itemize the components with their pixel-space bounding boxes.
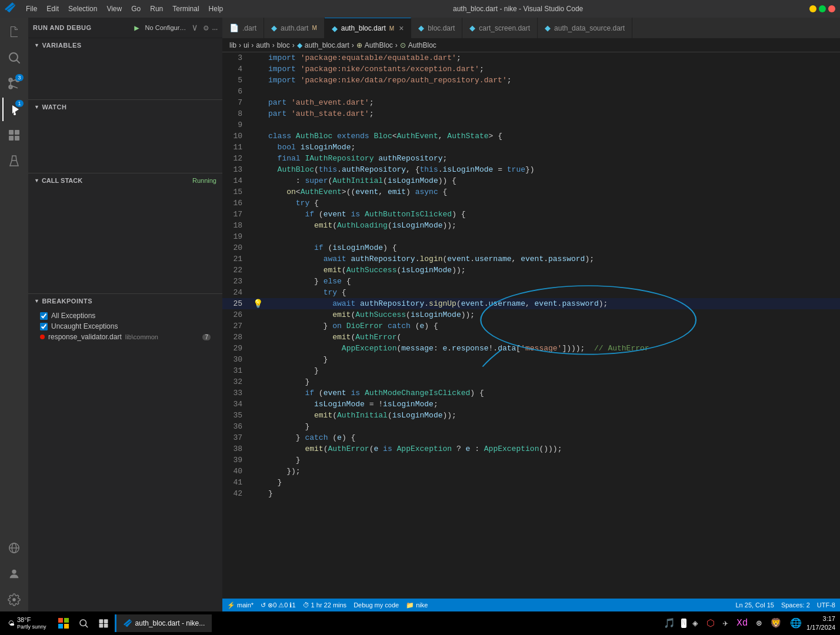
start-button[interactable] — [55, 614, 72, 632]
line-number-29: 29 — [222, 343, 252, 354]
menu-terminal[interactable]: Terminal — [169, 4, 202, 14]
line-gutter-26 — [252, 309, 264, 320]
breadcrumb-ui[interactable]: ui — [244, 41, 249, 49]
menu-help[interactable]: Help — [205, 4, 227, 14]
close-button[interactable] — [828, 5, 835, 12]
debug-more-icon[interactable]: … — [212, 22, 218, 33]
svg-point-12 — [12, 570, 16, 574]
breadcrumb-file-icon: ◆ — [297, 41, 302, 49]
tray-chrome-icon[interactable]: 🌐 — [788, 615, 804, 631]
tray-spotify-icon[interactable]: 🎵 — [661, 615, 678, 631]
run-debug-icon[interactable]: 1 — [2, 98, 26, 121]
tab-auth-data-source-dart[interactable]: ◆ auth_data_source.dart — [538, 18, 632, 38]
breakpoints-list: All Exceptions Uncaught Exceptions respo… — [28, 308, 222, 345]
breadcrumb-file[interactable]: auth_bloc.dart — [305, 41, 349, 49]
settings-icon[interactable] — [2, 588, 26, 611]
status-debug-label[interactable]: Debug my code — [354, 601, 399, 609]
tray-xd-icon[interactable]: Xd — [734, 616, 750, 631]
call-stack-header[interactable]: ▼ CALL STACK Running — [28, 173, 222, 188]
config-selector[interactable]: No Configur… — [143, 24, 189, 31]
search-icon[interactable] — [2, 46, 26, 69]
menu-run[interactable]: Run — [146, 4, 166, 14]
weather-widget[interactable]: 🌤 38°F Partly sunny — [5, 616, 50, 630]
tab-bloc-dart[interactable]: ◆ bloc.dart — [411, 18, 462, 38]
tray-db-icon[interactable]: ⬡ — [704, 615, 717, 631]
breadcrumb-class[interactable]: AuthBloc — [365, 41, 393, 49]
line-code-11: bool isLoginMode; — [264, 142, 840, 153]
tray-brave-icon[interactable]: 🦁 — [768, 615, 784, 631]
taskbar-search[interactable] — [75, 614, 92, 632]
line-gutter-10 — [252, 131, 264, 142]
tray-figma-icon[interactable]: ◈ — [690, 615, 701, 631]
code-line-32: 32 } — [222, 376, 840, 387]
tab-close-button[interactable]: × — [399, 24, 404, 33]
all-exceptions-label: All Exceptions — [51, 312, 95, 320]
svg-rect-23 — [104, 624, 108, 628]
line-number-23: 23 — [222, 276, 252, 287]
encoding-label: UTF-8 — [817, 601, 835, 609]
line-number-36: 36 — [222, 421, 252, 432]
code-line-31: 31 } — [222, 365, 840, 376]
breadcrumb-lib[interactable]: lib — [229, 41, 236, 49]
line-gutter-35 — [252, 410, 264, 421]
menu-edit[interactable]: Edit — [43, 4, 62, 14]
status-encoding[interactable]: UTF-8 — [817, 601, 835, 609]
extensions-icon[interactable] — [2, 123, 26, 147]
menu-selection[interactable]: Selection — [65, 4, 101, 14]
code-line-30: 30 } — [222, 354, 840, 365]
menu-view[interactable]: View — [103, 4, 125, 14]
status-timer[interactable]: ⏱ 1 hr 22 mins — [303, 601, 347, 609]
svg-rect-21 — [104, 619, 108, 623]
tray-github-icon[interactable]: ⊛ — [754, 615, 764, 631]
status-spaces[interactable]: Spaces: 2 — [781, 601, 810, 609]
code-container[interactable]: 3 import 'package:equatable/equatable.da… — [222, 52, 840, 599]
tray-telegram-icon[interactable]: ✈ — [721, 615, 731, 631]
system-clock[interactable]: 3:17 1/17/2024 — [806, 614, 835, 633]
run-button[interactable]: ▶ — [134, 23, 139, 33]
all-exceptions-checkbox[interactable] — [40, 312, 48, 320]
uncaught-exceptions-checkbox[interactable] — [40, 323, 48, 330]
line-code-30: } — [264, 354, 840, 365]
testing-icon[interactable] — [2, 149, 26, 173]
accounts-icon[interactable] — [2, 562, 26, 586]
taskbar-task-view[interactable] — [95, 614, 112, 632]
remote-explorer-icon[interactable] — [2, 536, 26, 560]
line-number-5: 5 — [222, 75, 252, 86]
menu-go[interactable]: Go — [128, 4, 144, 14]
debug-settings-icon[interactable]: ⚙ — [204, 23, 208, 33]
watch-section-header[interactable]: ▼ WATCH — [28, 99, 222, 114]
line-gutter-11 — [252, 142, 264, 153]
status-sync[interactable]: ↺ ⊗0 ⚠0 ℹ1 — [261, 601, 295, 609]
source-control-icon[interactable]: 3 — [2, 72, 26, 95]
line-gutter-18 — [252, 220, 264, 231]
taskbar-vscode-window[interactable]: auth_bloc.dart - nike... — [115, 614, 212, 632]
menu-file[interactable]: File — [22, 4, 41, 14]
explorer-icon[interactable] — [2, 20, 26, 44]
tray-notion-icon[interactable]: N — [681, 619, 686, 628]
code-line-11: 11 bool isLoginMode; — [222, 142, 840, 153]
status-folder[interactable]: 📁 nike — [406, 601, 428, 609]
tab-auth-bloc-dart[interactable]: ◆ auth_bloc.dart M × — [325, 18, 412, 38]
line-number-9: 9 — [222, 119, 252, 131]
variables-section-header[interactable]: ▼ VARIABLES — [28, 38, 222, 52]
tab-cart-screen-dart-icon: ◆ — [469, 24, 475, 32]
git-branch-icon: ⚡ — [227, 601, 235, 609]
line-gutter-34 — [252, 399, 264, 410]
breadcrumb-auth[interactable]: auth — [256, 41, 269, 49]
line-number-38: 38 — [222, 443, 252, 454]
run-debug-label: RUN AND DEBUG — [33, 24, 92, 31]
line-number-6: 6 — [222, 86, 252, 97]
breadcrumb-bloc[interactable]: bloc — [277, 41, 290, 49]
line-code-22: emit(AuthSuccess(isLoginMode)); — [264, 265, 840, 276]
minimize-button[interactable] — [809, 5, 816, 12]
line-gutter-14 — [252, 175, 264, 186]
code-content: 3 import 'package:equatable/equatable.da… — [222, 52, 840, 511]
breakpoints-section-header[interactable]: ▼ BREAKPOINTS — [28, 294, 222, 308]
breadcrumb-method[interactable]: AuthBloc — [408, 41, 436, 49]
tab-cart-screen-dart[interactable]: ◆ cart_screen.dart — [462, 18, 538, 38]
status-position[interactable]: Ln 25, Col 15 — [735, 601, 774, 609]
tab-dart[interactable]: 📄 .dart — [222, 18, 264, 38]
maximize-button[interactable] — [819, 5, 826, 12]
status-git-branch[interactable]: ⚡ main* — [227, 601, 254, 609]
tab-auth-dart[interactable]: ◆ auth.dart M — [264, 18, 325, 38]
